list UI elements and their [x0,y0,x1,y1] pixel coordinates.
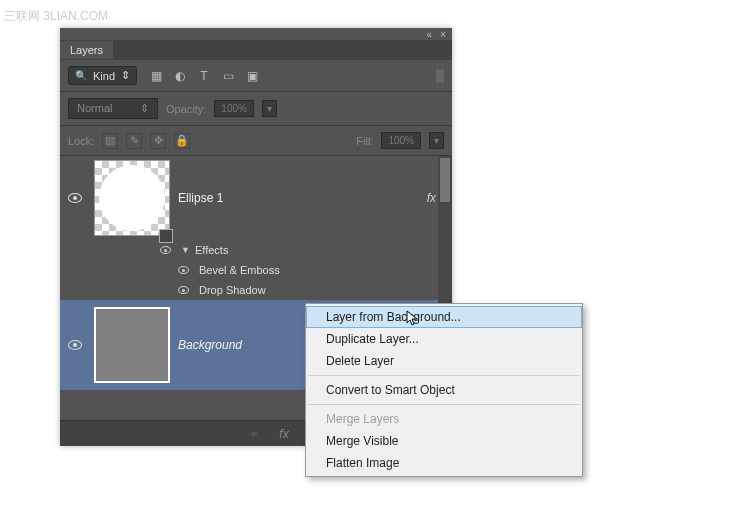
effects-label: Effects [195,244,228,256]
fill-chevron[interactable]: ▾ [429,132,444,149]
fill-value: 100% [388,135,414,146]
menu-merge-visible[interactable]: Merge Visible [306,430,582,452]
menu-separator [308,404,580,405]
filter-type-icon[interactable]: T [197,69,211,83]
lock-row: Lock: ▨ ✎ ✥ 🔒 Fill: 100% ▾ [60,126,452,156]
filter-smart-icon[interactable]: ▣ [245,69,259,83]
search-icon: 🔍 [75,70,87,81]
lock-transparent-icon[interactable]: ▨ [102,133,118,149]
shape-badge-icon [159,229,173,243]
close-icon[interactable]: × [440,29,446,40]
context-menu: Layer from Background... Duplicate Layer… [305,303,583,477]
layer-name-ellipse[interactable]: Ellipse 1 [172,191,412,205]
layer-thumbnail-background[interactable] [94,307,170,383]
menu-delete-layer[interactable]: Delete Layer [306,350,582,372]
tab-row: Layers [60,40,452,60]
menu-separator [308,375,580,376]
fill-value-box[interactable]: 100% [381,132,421,149]
visibility-eye-icon[interactable] [178,286,189,294]
chevron-updown-icon: ⇕ [140,102,149,115]
visibility-eye-icon[interactable] [68,193,82,203]
lock-label: Lock: [68,135,94,147]
kind-filter-dropdown[interactable]: 🔍 Kind ⇕ [68,66,137,85]
blend-mode-value: Normal [77,102,112,115]
menu-duplicate-layer[interactable]: Duplicate Layer... [306,328,582,350]
blend-mode-dropdown[interactable]: Normal ⇕ [68,98,158,119]
watermark-text: 三联网 3LIAN.COM [4,8,108,25]
link-layers-icon[interactable]: ⚭ [246,427,262,441]
opacity-value: 100% [221,103,247,114]
layer-style-icon[interactable]: fx [276,427,292,441]
panel-titlebar: « × [60,28,452,40]
twirl-down-icon[interactable]: ▼ [181,245,191,255]
shadow-label: Drop Shadow [199,284,266,296]
kind-label: Kind [93,70,115,82]
filter-pixel-icon[interactable]: ▦ [149,69,163,83]
opacity-value-box[interactable]: 100% [214,100,254,117]
bevel-label: Bevel & Emboss [199,264,280,276]
menu-flatten-image[interactable]: Flatten Image [306,452,582,474]
lock-icons: ▨ ✎ ✥ 🔒 [102,133,190,149]
filter-icons: ▦ ◐ T ▭ ▣ [149,69,259,83]
chevron-updown-icon: ⇕ [121,69,130,82]
lock-all-icon[interactable]: 🔒 [174,133,190,149]
lock-image-icon[interactable]: ✎ [126,133,142,149]
layer-thumbnail-ellipse[interactable] [94,160,170,236]
tab-layers[interactable]: Layers [60,41,113,59]
ellipse-shape-preview [99,165,165,231]
bevel-emboss-row[interactable]: Bevel & Emboss [60,260,452,280]
menu-layer-from-background[interactable]: Layer from Background... [306,306,582,328]
menu-convert-smart-object[interactable]: Convert to Smart Object [306,379,582,401]
visibility-eye-icon[interactable] [178,266,189,274]
drop-shadow-row[interactable]: Drop Shadow [60,280,452,300]
collapse-icon[interactable]: « [427,29,433,40]
lock-position-icon[interactable]: ✥ [150,133,166,149]
fill-label: Fill: [356,135,373,147]
filter-shape-icon[interactable]: ▭ [221,69,235,83]
menu-merge-layers: Merge Layers [306,408,582,430]
visibility-eye-icon[interactable] [160,246,171,254]
layer-row-ellipse[interactable]: Ellipse 1 fx ▴ [60,156,452,240]
filter-toggle-switch[interactable] [436,69,444,83]
opacity-chevron[interactable]: ▾ [262,100,277,117]
filter-adjustment-icon[interactable]: ◐ [173,69,187,83]
effects-row[interactable]: ▼ Effects [60,240,452,260]
opacity-label: Opacity: [166,103,206,115]
scrollbar-thumb[interactable] [440,158,450,202]
filter-row: 🔍 Kind ⇕ ▦ ◐ T ▭ ▣ [60,60,452,92]
fx-indicator[interactable]: fx [412,191,440,205]
visibility-eye-icon[interactable] [68,340,82,350]
blend-row: Normal ⇕ Opacity: 100% ▾ [60,92,452,126]
